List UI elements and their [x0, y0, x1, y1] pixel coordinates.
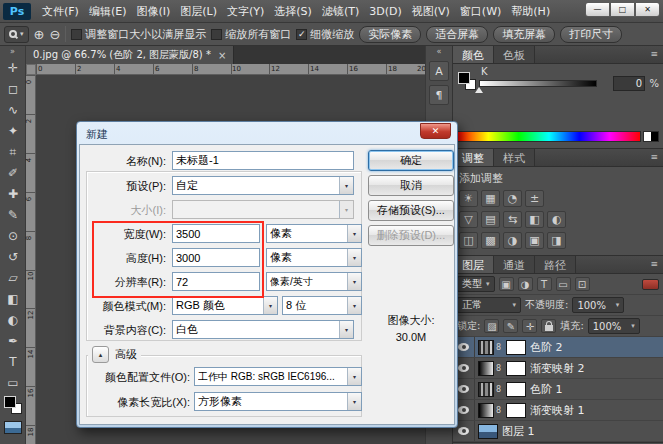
layer-name[interactable]: 色阶 1 [530, 382, 563, 397]
color-profile-select[interactable]: 工作中 RGB: sRGB IEC6196... ▾ [194, 367, 362, 386]
panel-menu-icon[interactable]: ≡ [645, 256, 663, 273]
lock-all-icon[interactable] [541, 319, 556, 333]
curves-icon[interactable]: ◔ [503, 190, 522, 207]
photo-filter-icon[interactable]: ◐ [547, 211, 566, 228]
background-contents-select[interactable]: 白色 ▾ [172, 320, 354, 339]
scrubby-zoom-checkbox[interactable]: ✓ 细微缩放 [296, 27, 354, 42]
close-tab-icon[interactable]: × [218, 50, 226, 61]
resize-windows-checkbox[interactable]: 调整窗口大小以满屏显示 [71, 27, 206, 42]
close-window-button[interactable]: ✕ [635, 2, 660, 17]
lasso-tool[interactable]: ∿ [0, 99, 26, 120]
quick-selection-tool[interactable]: ✦ [0, 120, 26, 141]
menu-3d[interactable]: 3D(D) [364, 5, 407, 18]
crop-tool[interactable]: ⌗ [0, 141, 26, 162]
width-unit-select[interactable]: 像素 ▾ [266, 224, 362, 243]
quick-mask-mode-icon[interactable] [4, 421, 22, 434]
height-unit-select[interactable]: 像素 ▾ [266, 248, 362, 267]
black-white-ramp[interactable] [643, 131, 659, 142]
clone-stamp-tool[interactable]: ⊙ [0, 225, 26, 246]
k-slider-thumb[interactable] [475, 87, 483, 93]
paragraph-panel-icon[interactable]: ¶ [429, 85, 449, 105]
menu-type[interactable]: 文字(Y) [222, 4, 269, 19]
document-tab[interactable]: 0.jpg @ 66.7% (色阶 2, 图层蒙版/8) * × [26, 46, 234, 64]
menu-window[interactable]: 窗口(W) [455, 4, 506, 19]
lock-transparency-icon[interactable]: ▨ [484, 319, 499, 333]
fit-screen-button[interactable]: 适合屏幕 [426, 26, 488, 43]
layer-name[interactable]: 图层 1 [502, 424, 535, 439]
menu-layer[interactable]: 图层(L) [175, 4, 222, 19]
lock-position-icon[interactable]: ✛ [522, 319, 537, 333]
k-slider-track[interactable] [479, 80, 597, 87]
opacity-select[interactable]: 100% ▾ [572, 297, 624, 313]
panel-menu-icon[interactable]: ≡ [645, 46, 663, 63]
tab-layers[interactable]: 图层 [453, 256, 494, 273]
layer-row[interactable]: 8 渐变映射 1 [453, 400, 663, 421]
threshold-icon[interactable]: ◨ [547, 232, 566, 249]
layer-name[interactable]: 渐变映射 1 [530, 403, 585, 418]
adjustment-thumbnail[interactable] [478, 340, 494, 355]
gradient-tool[interactable]: ◧ [0, 288, 26, 309]
layer-mask-thumbnail[interactable] [506, 382, 526, 397]
maximize-button[interactable]: □ [610, 2, 635, 17]
resolution-input[interactable] [172, 272, 260, 291]
dock-collapse-icon[interactable]: « [426, 46, 452, 57]
rectangle-tool[interactable]: ▭ [0, 372, 26, 393]
collapse-advanced-icon[interactable]: ▴ [92, 346, 109, 363]
zoom-out-icon[interactable]: ⊖ [49, 28, 60, 41]
filter-kind-select[interactable]: 类型 ▾ [457, 276, 495, 292]
type-tool[interactable]: T [0, 351, 26, 372]
foreground-color-swatch[interactable] [458, 72, 470, 84]
minimize-button[interactable]: — [585, 2, 610, 17]
filter-shape-layers-icon[interactable]: ▭ [556, 277, 571, 291]
layer-name[interactable]: 渐变映射 2 [530, 361, 585, 376]
height-input[interactable] [172, 248, 260, 267]
move-tool[interactable]: ✛ [0, 57, 26, 78]
adjustment-thumbnail[interactable] [478, 382, 494, 397]
vibrance-icon[interactable]: ▽ [459, 211, 478, 228]
menu-file[interactable]: 文件(F) [37, 4, 84, 19]
bit-depth-select[interactable]: 8 位 ▾ [282, 296, 362, 315]
k-value-input[interactable] [613, 76, 645, 91]
color-mode-select[interactable]: RGB 颜色 ▾ [172, 296, 278, 315]
menu-view[interactable]: 视图(V) [407, 4, 455, 19]
tab-paths[interactable]: 路径 [535, 256, 576, 273]
lock-pixels-icon[interactable]: ✎ [503, 319, 518, 333]
layer-mask-thumbnail[interactable] [506, 361, 526, 376]
save-preset-button[interactable]: 存储预设(S)... [368, 200, 454, 221]
layer-row[interactable]: 8 渐变映射 2 [453, 358, 663, 379]
color-balance-icon[interactable]: ⇆ [503, 211, 522, 228]
layer-name[interactable]: 色阶 2 [530, 340, 563, 355]
filter-pixel-layers-icon[interactable]: ▣ [499, 277, 514, 291]
actual-pixels-button[interactable]: 实际像素 [359, 26, 421, 43]
horizontal-ruler[interactable]: 0 2 4 6 8 10 12 14 16 18 20 [36, 64, 425, 75]
zoom-all-windows-checkbox[interactable]: 缩放所有窗口 [211, 27, 291, 42]
eraser-tool[interactable]: ▱ [0, 267, 26, 288]
layer-filter-toggle[interactable] [642, 279, 659, 290]
zoom-in-icon[interactable]: ⊕ [34, 28, 45, 41]
black-white-icon[interactable]: ◧ [525, 211, 544, 228]
fill-select[interactable]: 100% ▾ [588, 318, 640, 334]
eyedropper-tool[interactable]: ✐ [0, 162, 26, 183]
filter-smart-objects-icon[interactable]: ⊡ [575, 277, 590, 291]
pen-tool[interactable]: ✒ [0, 330, 26, 351]
adjustment-thumbnail[interactable] [478, 361, 494, 376]
ruler-origin[interactable] [26, 64, 36, 75]
menu-help[interactable]: 帮助(H) [506, 4, 555, 19]
levels-icon[interactable]: ▦ [481, 190, 500, 207]
advanced-section-header[interactable]: ▴ 高级 [88, 346, 141, 363]
invert-icon[interactable]: ◑ [503, 232, 522, 249]
dialog-titlebar[interactable]: 新建 ✕ [79, 124, 455, 144]
panel-menu-icon[interactable]: ≡ [645, 149, 663, 166]
filter-adjustment-layers-icon[interactable]: ◑ [518, 277, 533, 291]
filter-type-layers-icon[interactable]: T [537, 277, 552, 291]
layer-row[interactable]: 图层 1 [453, 421, 663, 442]
menu-select[interactable]: 选择(S) [269, 4, 317, 19]
layer-row[interactable]: 8 色阶 2 [453, 337, 663, 358]
foreground-background-swatches[interactable] [4, 396, 22, 414]
layer-thumbnail[interactable] [478, 424, 498, 439]
document-name-input[interactable] [172, 151, 354, 170]
posterize-icon[interactable]: ▣ [525, 232, 544, 249]
adjustment-thumbnail[interactable] [478, 403, 494, 418]
dock-expand-icon[interactable]: » [0, 46, 25, 57]
layer-mask-thumbnail[interactable] [506, 340, 526, 355]
